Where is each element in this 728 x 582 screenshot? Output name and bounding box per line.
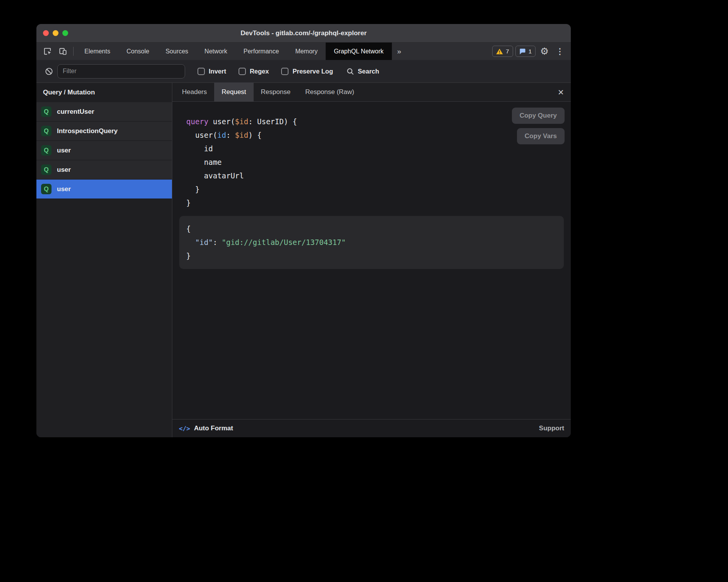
regex-checkbox-label: Regex [250,68,269,75]
window-title: DevTools - gitlab.com/-/graphql-explorer [36,29,571,37]
tab-headers[interactable]: Headers [175,83,214,101]
graphql-query-code: query user($id: UserID) { user(id: $id) … [179,115,564,210]
query-list-item-label: user [57,185,71,193]
query-list-item-introspectionquery[interactable]: Q IntrospectionQuery [36,122,172,141]
query-list-item-label: IntrospectionQuery [57,127,118,135]
traffic-lights [36,30,68,36]
request-detail-panel: Headers Request Response Response (Raw) … [172,83,571,437]
query-list-item-label: user [57,166,71,174]
close-panel-icon[interactable]: × [551,83,571,101]
detail-footer: </> Auto Format Support [172,419,571,437]
detail-tab-bar: Headers Request Response Response (Raw) … [172,83,571,102]
invert-checkbox-box[interactable] [197,68,205,75]
separator [73,47,74,56]
search-label: Search [358,68,379,75]
query-type-badge: Q [41,106,52,117]
tab-elements[interactable]: Elements [76,43,118,60]
search-button[interactable]: Search [346,67,379,75]
request-content: Copy Query Copy Vars query user($id: Use… [172,102,571,419]
more-tabs-chevron-icon[interactable]: » [392,43,407,60]
query-type-badge: Q [41,145,52,156]
query-variables-box: { "id": "gid://gitlab/User/13704317"} [179,216,564,269]
query-list-item-user-3-selected[interactable]: Q user [36,180,172,199]
query-list-item-user-2[interactable]: Q user [36,160,172,180]
copy-buttons: Copy Query Copy Vars [512,108,565,144]
invert-checkbox-label: Invert [209,68,226,75]
devtools-window: DevTools - gitlab.com/-/graphql-explorer… [36,24,571,437]
tabstrip-spacer [407,43,491,60]
copy-vars-button[interactable]: Copy Vars [517,128,565,144]
warnings-badge[interactable]: 7 [492,46,513,57]
query-list-sidebar: Query / Mutation Q currentUser Q Introsp… [36,83,172,437]
auto-format-button[interactable]: </> Auto Format [179,425,233,432]
filter-input[interactable] [57,64,185,79]
preserve-log-checkbox[interactable]: Preserve Log [281,68,333,75]
preserve-log-checkbox-label: Preserve Log [292,68,333,75]
auto-format-label: Auto Format [194,425,233,432]
zoom-window-button[interactable] [62,30,68,36]
tab-graphql-network[interactable]: GraphQL Network [326,43,391,60]
query-type-badge: Q [41,184,52,194]
query-list-item-currentuser[interactable]: Q currentUser [36,102,172,122]
devtools-tab-bar: Elements Console Sources Network Perform… [36,43,571,60]
main-split: Query / Mutation Q currentUser Q Introsp… [36,83,571,437]
tab-request[interactable]: Request [214,83,253,101]
query-list-item-label: user [57,147,71,154]
minimize-window-button[interactable] [53,30,58,36]
tab-performance[interactable]: Performance [235,43,287,60]
tabstrip-actions: 7 1 ⚙ ⋮ [491,43,571,60]
sidebar-header: Query / Mutation [36,83,172,102]
query-type-badge: Q [41,164,52,175]
clear-block-icon[interactable] [41,67,57,76]
support-link[interactable]: Support [539,425,564,432]
issue-count: 1 [529,48,532,55]
issue-bubble-icon [519,48,526,55]
title-bar: DevTools - gitlab.com/-/graphql-explorer [36,24,571,43]
query-type-badge: Q [41,126,52,136]
query-variables-code: { "id": "gid://gitlab/User/13704317"} [186,222,557,263]
tab-sources[interactable]: Sources [157,43,196,60]
invert-checkbox[interactable]: Invert [197,68,226,75]
query-list-item-label: currentUser [57,108,94,116]
kebab-menu-icon[interactable]: ⋮ [552,43,568,60]
device-toolbar-icon[interactable] [55,43,70,60]
tab-network[interactable]: Network [196,43,235,60]
tab-response[interactable]: Response [254,83,298,101]
code-brackets-icon: </> [179,425,190,432]
preserve-log-checkbox-box[interactable] [281,68,288,75]
regex-checkbox[interactable]: Regex [239,68,269,75]
tab-response-raw[interactable]: Response (Raw) [298,83,362,101]
tab-console[interactable]: Console [118,43,158,60]
filter-toolbar: Invert Regex Preserve Log Search [36,60,571,83]
regex-checkbox-box[interactable] [239,68,246,75]
settings-gear-icon[interactable]: ⚙ [537,43,552,60]
search-icon [346,67,354,75]
inspect-element-icon[interactable] [39,43,55,60]
copy-query-button[interactable]: Copy Query [512,108,565,124]
tab-memory[interactable]: Memory [287,43,326,60]
issues-badge[interactable]: 1 [515,46,536,57]
warning-count: 7 [506,48,509,55]
close-window-button[interactable] [43,30,49,36]
warning-triangle-icon [496,48,503,55]
query-list-item-user-1[interactable]: Q user [36,141,172,160]
